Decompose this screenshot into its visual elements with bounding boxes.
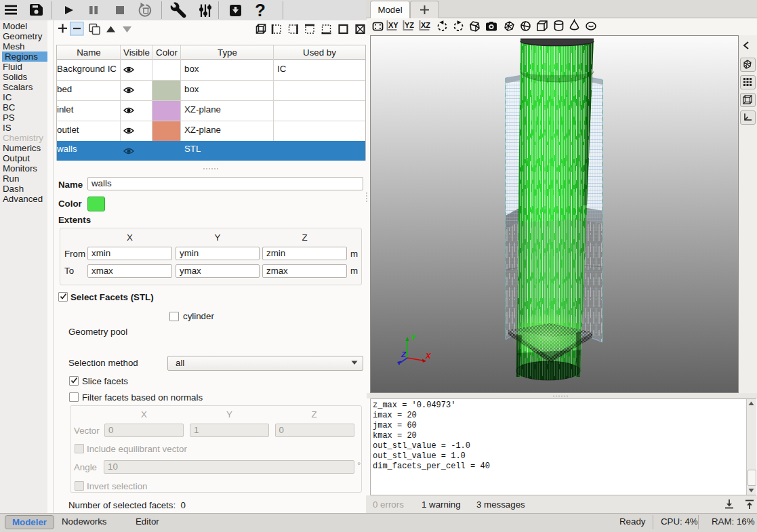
svg-text:YZ: YZ bbox=[405, 21, 414, 29]
svg-text:XY: XY bbox=[388, 21, 398, 29]
svg-text:Z: Z bbox=[401, 350, 407, 359]
svg-text:Y: Y bbox=[411, 333, 417, 342]
svg-text:X: X bbox=[425, 352, 432, 360]
svg-text:?: ? bbox=[255, 0, 266, 20]
svg-text:XZ: XZ bbox=[421, 21, 430, 29]
